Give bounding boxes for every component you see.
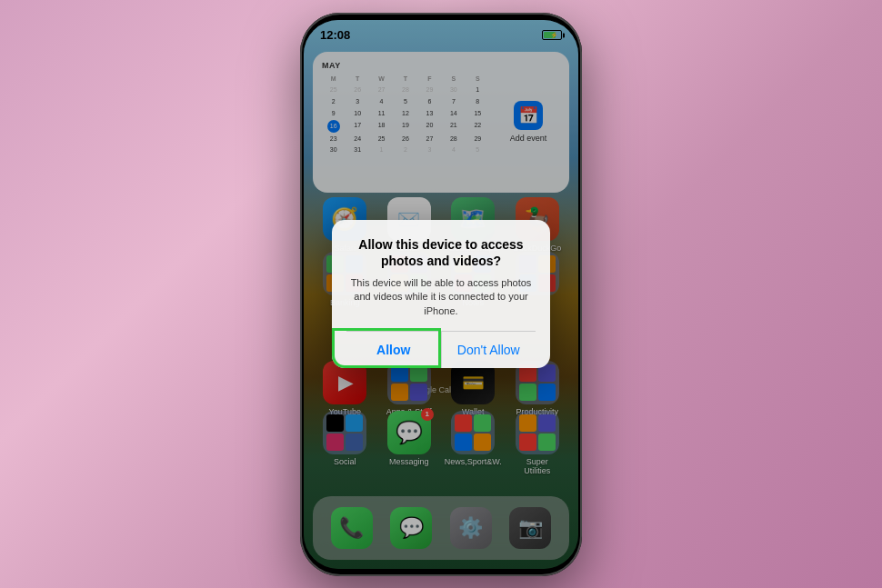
- dialog-overlay: Allow this device to access photos and v…: [304, 20, 578, 569]
- permission-dialog: Allow this device to access photos and v…: [332, 220, 550, 369]
- allow-button[interactable]: Allow: [346, 332, 442, 368]
- wallpaper: 12:08 ⚡ MAY M T W T F: [304, 20, 578, 569]
- dialog-title: Allow this device to access photos and v…: [346, 236, 536, 269]
- dialog-body: This device will be able to access photo…: [346, 276, 536, 318]
- dont-allow-button[interactable]: Don't Allow: [442, 332, 536, 368]
- phone-frame: 12:08 ⚡ MAY M T W T F: [300, 13, 582, 576]
- phone-screen: 12:08 ⚡ MAY M T W T F: [304, 20, 578, 569]
- dialog-buttons: Allow Don't Allow: [346, 331, 536, 368]
